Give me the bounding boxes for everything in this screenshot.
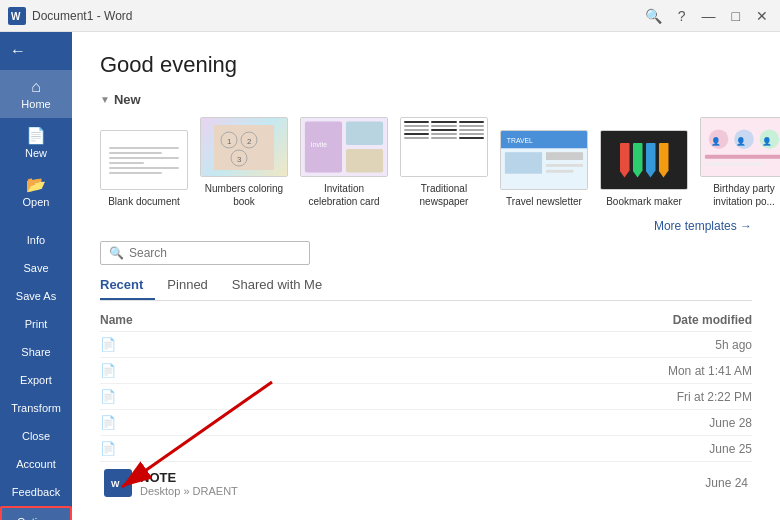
new-chevron-icon: ▼ [100,94,110,105]
file-date: Fri at 2:22 PM [622,390,752,404]
title-bar-controls: 🔍 ? — □ ✕ [641,8,772,24]
template-numbers-coloring[interactable]: 1 2 3 Numbers coloring book [200,117,288,208]
svg-text:W: W [111,479,120,489]
table-row[interactable]: 📄 June 25 [100,436,752,457]
close-label: Close [22,430,50,442]
sidebar-item-feedback[interactable]: Feedback [0,478,72,506]
template-bookmark-label: Bookmark maker [606,195,682,208]
sidebar-item-new[interactable]: 📄 New [0,118,72,167]
back-button[interactable]: ← [0,36,72,66]
template-blank-label: Blank document [108,195,180,208]
bottom-file-info: NOTE Desktop » DRAENT [140,470,238,497]
title-bar: W Document1 - Word 🔍 ? — □ ✕ [0,0,780,32]
file-date: June 28 [622,416,752,430]
table-row[interactable]: 📄 Fri at 2:22 PM [100,384,752,410]
table-row[interactable]: 📄 5h ago [100,332,752,358]
search-icon[interactable]: 🔍 [641,8,666,24]
svg-text:👤: 👤 [762,136,772,146]
svg-text:Invite: Invite [311,141,328,148]
content-area: Good evening ▼ New [72,32,780,520]
tab-recent[interactable]: Recent [100,273,155,300]
template-newspaper[interactable]: Traditional newspaper [400,117,488,208]
sidebar-nav: ⌂ Home 📄 New 📂 Open Info Save [0,70,72,450]
content-wrapper: Good evening ▼ New [72,32,780,520]
svg-rect-11 [346,122,383,145]
template-travel-thumbnail: TRAVEL [500,130,588,190]
sidebar-item-share[interactable]: Share [0,338,72,366]
template-birthday-label: Birthday party invitation po... [700,182,780,208]
search-box-icon: 🔍 [109,246,124,260]
tab-pinned[interactable]: Pinned [155,273,219,300]
transform-label: Transform [11,402,61,414]
bottom-file-row[interactable]: W NOTE Desktop » DRAENT June 24 [100,461,752,504]
app-window: W Document1 - Word 🔍 ? — □ ✕ ← ⌂ Home 📄 [0,0,780,520]
sidebar-item-transform[interactable]: Transform [0,394,72,422]
bottom-file-path: Desktop » DRAENT [140,485,238,497]
sidebar-item-options[interactable]: Options [0,506,72,520]
share-label: Share [21,346,50,358]
more-templates-link[interactable]: More templates → [654,219,752,233]
svg-text:3: 3 [237,155,242,164]
bottom-file-name: NOTE [140,470,238,485]
sidebar-item-account[interactable]: Account [0,450,72,478]
file-date: June 25 [622,442,752,456]
sidebar-item-open[interactable]: 📂 Open [0,167,72,216]
sidebar-item-info[interactable]: Info [0,226,72,254]
svg-text:👤: 👤 [711,136,721,146]
open-icon: 📂 [26,175,46,194]
template-newspaper-thumbnail [400,117,488,177]
table-row[interactable]: 📄 June 28 [100,410,752,436]
restore-button[interactable]: □ [728,8,744,24]
print-label: Print [25,318,48,330]
column-name-header: Name [100,313,622,327]
new-icon: 📄 [26,126,46,145]
template-colorful-bg: 1 2 3 [201,118,287,176]
help-icon[interactable]: ? [674,8,690,24]
search-box[interactable]: 🔍 [100,241,310,265]
table-row[interactable]: 📄 Mon at 1:41 AM [100,358,752,384]
sidebar-item-export[interactable]: Export [0,366,72,394]
file-date: Mon at 1:41 AM [622,364,752,378]
greeting-text: Good evening [100,52,752,78]
tab-shared[interactable]: Shared with Me [220,273,334,300]
template-travel[interactable]: TRAVEL Travel newsletter [500,130,588,208]
bottom-file-icon: W [104,469,132,497]
template-birthday[interactable]: 👤 👤 👤 Birthday party invitation po... [700,117,780,208]
sidebar-bottom: Account Feedback Options [0,450,72,520]
export-label: Export [20,374,52,386]
template-numbers-thumbnail: 1 2 3 [200,117,288,177]
svg-rect-18 [546,164,583,167]
template-bookmark[interactable]: Bookmark maker [600,130,688,208]
sidebar-item-home-label: Home [21,98,50,110]
close-button[interactable]: ✕ [752,8,772,24]
svg-rect-2 [214,125,274,170]
template-invitation[interactable]: Invite Invitation celebration card [300,117,388,208]
file-date: 5h ago [622,338,752,352]
svg-rect-17 [546,152,583,160]
svg-rect-26 [705,163,764,166]
sidebar-item-print[interactable]: Print [0,310,72,338]
feedback-label: Feedback [12,486,60,498]
file-icon: 📄 [100,363,116,378]
template-numbers-label: Numbers coloring book [200,182,288,208]
search-row: 🔍 [100,241,752,265]
templates-row: Blank document 1 2 [100,117,752,208]
template-blank[interactable]: Blank document [100,130,188,208]
word-logo: W [8,7,26,25]
minimize-button[interactable]: — [698,8,720,24]
svg-rect-16 [505,152,542,174]
sidebar-item-home[interactable]: ⌂ Home [0,70,72,118]
svg-text:W: W [11,11,21,22]
sidebar-item-save[interactable]: Save [0,254,72,282]
bottom-file-date: June 24 [705,476,748,490]
file-icon: 📄 [100,415,116,430]
new-section-label: New [114,92,141,107]
files-table-header: Name Date modified [100,309,752,332]
sidebar-item-close[interactable]: Close [0,422,72,450]
search-input[interactable] [129,246,301,260]
save-label: Save [23,262,48,274]
template-travel-label: Travel newsletter [506,195,582,208]
sidebar-item-save-as[interactable]: Save As [0,282,72,310]
sidebar-item-new-label: New [25,147,47,159]
svg-text:TRAVEL: TRAVEL [507,137,533,144]
